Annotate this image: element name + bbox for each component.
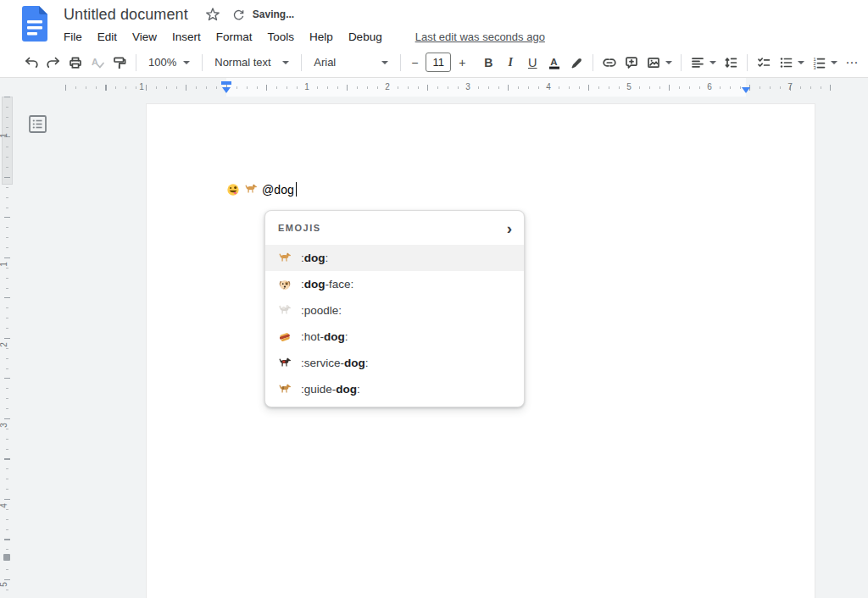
checklist-button[interactable] bbox=[753, 52, 775, 74]
chevron-down-icon bbox=[831, 61, 837, 64]
vertical-ruler[interactable]: 1 1 2 3 4 5 bbox=[0, 97, 14, 598]
bulleted-list-button[interactable] bbox=[775, 52, 808, 74]
add-comment-button[interactable] bbox=[620, 52, 643, 74]
more-toolbar-button[interactable]: ⋯ bbox=[841, 52, 863, 74]
emoji-menu-title: EMOJIS bbox=[278, 223, 321, 233]
numbered-list-button[interactable]: 1 2 3 bbox=[808, 52, 841, 74]
menu-format[interactable]: Format bbox=[209, 28, 260, 46]
highlight-color-button[interactable] bbox=[565, 52, 587, 74]
document-title[interactable]: Untitled document bbox=[64, 6, 188, 24]
chevron-down-icon bbox=[381, 61, 388, 64]
hot-dog-emoji-icon bbox=[278, 330, 292, 344]
google-docs-logo-icon[interactable] bbox=[20, 5, 49, 42]
toolbar-separator bbox=[593, 54, 593, 71]
zoom-select[interactable]: 100% bbox=[142, 52, 197, 74]
ruler-label: 1 bbox=[0, 133, 9, 138]
saving-status: Saving... bbox=[253, 8, 294, 20]
checklist-icon bbox=[756, 55, 771, 70]
svg-text:A: A bbox=[550, 57, 557, 67]
emoji-menu-item-hot-dog[interactable]: :hot-dog: bbox=[265, 324, 524, 350]
menu-file[interactable]: File bbox=[56, 28, 90, 46]
underline-button[interactable]: U bbox=[521, 52, 543, 74]
poodle-emoji-icon bbox=[278, 304, 292, 318]
ruler-label: 1 bbox=[0, 262, 9, 267]
document-canvas: 1 1 2 3 4 5 6 7 1 1 2 3 4 5 bbox=[0, 78, 868, 598]
horizontal-ruler[interactable]: 1 1 2 3 4 5 6 7 bbox=[0, 78, 868, 97]
paint-format-button[interactable] bbox=[108, 52, 131, 74]
vertical-ruler-page-marker bbox=[3, 554, 10, 561]
paint-roller-icon bbox=[112, 55, 127, 70]
bold-button[interactable]: B bbox=[477, 52, 499, 74]
toolbar-separator bbox=[747, 54, 748, 71]
zoom-value: 100% bbox=[148, 56, 176, 69]
left-indent-marker[interactable] bbox=[222, 87, 231, 93]
menu-view[interactable]: View bbox=[125, 28, 164, 46]
menu-help[interactable]: Help bbox=[302, 28, 341, 46]
chevron-down-icon bbox=[798, 61, 804, 64]
emoji-item-label: :hot-dog: bbox=[301, 330, 348, 343]
spellcheck-button[interactable]: A bbox=[86, 52, 108, 74]
numbered-list-icon: 1 2 3 bbox=[811, 55, 826, 70]
sync-status-button[interactable] bbox=[231, 6, 248, 23]
italic-icon: I bbox=[509, 56, 513, 69]
highlighter-icon bbox=[569, 55, 584, 70]
menu-insert[interactable]: Insert bbox=[164, 28, 209, 46]
comment-icon bbox=[624, 55, 639, 70]
emoji-menu-item-poodle[interactable]: :poodle: bbox=[265, 297, 524, 324]
dog-emoji-icon bbox=[244, 183, 258, 197]
align-button[interactable] bbox=[687, 52, 720, 74]
star-button[interactable] bbox=[203, 5, 222, 24]
insert-link-button[interactable] bbox=[598, 52, 620, 74]
sync-icon bbox=[232, 8, 245, 21]
document-text-line[interactable]: @dog bbox=[226, 182, 297, 197]
menu-debug[interactable]: Debug bbox=[341, 28, 390, 46]
increase-font-size-button[interactable]: + bbox=[453, 52, 470, 74]
ruler-label: 6 bbox=[704, 81, 715, 92]
star-icon bbox=[205, 7, 220, 22]
undo-icon bbox=[24, 55, 39, 70]
line-spacing-button[interactable] bbox=[720, 52, 742, 74]
document-outline-button[interactable] bbox=[28, 114, 47, 134]
ruler-label: 2 bbox=[0, 342, 9, 347]
emoji-menu-item-service-dog[interactable]: :service-dog: bbox=[265, 350, 524, 376]
font-size-input[interactable]: 11 bbox=[426, 53, 451, 72]
emoji-menu-item-guide-dog[interactable]: :guide-dog: bbox=[265, 376, 524, 402]
ruler-label: 5 bbox=[0, 582, 9, 587]
menu-bar: File Edit View Insert Format Tools Help … bbox=[56, 28, 545, 46]
ruler-label: 2 bbox=[382, 81, 392, 92]
bulleted-list-icon bbox=[778, 55, 793, 70]
undo-button[interactable] bbox=[20, 52, 42, 74]
last-edit-link[interactable]: Last edit was seconds ago bbox=[415, 30, 545, 43]
chevron-down-icon bbox=[709, 61, 716, 64]
chevron-right-icon[interactable]: › bbox=[507, 220, 512, 236]
spellcheck-icon: A bbox=[90, 55, 105, 70]
emoji-item-label: :poodle: bbox=[301, 304, 342, 317]
redo-button[interactable] bbox=[42, 52, 64, 74]
guide-dog-emoji-icon bbox=[278, 383, 292, 396]
first-line-indent-marker[interactable] bbox=[221, 81, 231, 85]
text-color-button[interactable]: A bbox=[543, 52, 565, 74]
chevron-down-icon bbox=[665, 61, 672, 64]
paragraph-style-value: Normal text bbox=[214, 56, 270, 69]
dog-emoji-icon bbox=[278, 252, 292, 265]
redo-icon bbox=[46, 55, 61, 70]
dog-face-emoji-icon bbox=[278, 278, 292, 291]
print-icon bbox=[68, 55, 83, 70]
emoji-menu-item-dog[interactable]: :dog: bbox=[265, 245, 524, 271]
menu-tools[interactable]: Tools bbox=[260, 28, 303, 46]
right-indent-marker[interactable] bbox=[742, 87, 750, 93]
decrease-font-size-button[interactable]: − bbox=[406, 52, 423, 74]
emoji-menu-header[interactable]: EMOJIS › bbox=[265, 211, 524, 245]
menu-edit[interactable]: Edit bbox=[90, 28, 125, 46]
paragraph-style-select[interactable]: Normal text bbox=[208, 52, 296, 74]
zany-face-emoji-icon bbox=[226, 183, 240, 197]
plus-icon: + bbox=[459, 56, 465, 69]
emoji-menu-item-dog-face[interactable]: :dog-face: bbox=[265, 271, 524, 297]
toolbar-separator bbox=[681, 54, 682, 71]
print-button[interactable] bbox=[64, 52, 86, 74]
font-family-select[interactable]: Arial bbox=[307, 52, 395, 74]
insert-image-button[interactable] bbox=[643, 52, 676, 74]
chevron-down-icon bbox=[183, 61, 190, 64]
chevron-down-icon bbox=[282, 61, 289, 64]
italic-button[interactable]: I bbox=[499, 52, 521, 74]
